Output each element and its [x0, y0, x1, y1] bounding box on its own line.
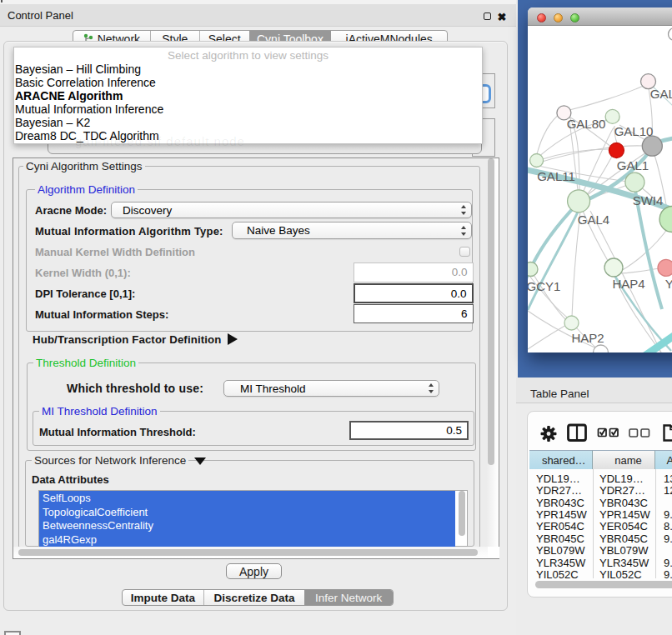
svg-text:HAP2: HAP2: [571, 331, 604, 345]
svg-text:GAL11: GAL11: [537, 169, 575, 183]
svg-text:HAP4: HAP4: [612, 277, 644, 291]
svg-text:GAL4: GAL4: [578, 212, 609, 227]
svg-text:YM: YM: [665, 277, 672, 291]
svg-text:GCY1: GCY1: [528, 279, 560, 293]
svg-text:GAL80: GAL80: [567, 117, 606, 131]
svg-text:GAL7: GAL7: [650, 87, 672, 101]
svg-text:GAL1: GAL1: [617, 158, 649, 172]
svg-text:GAL10: GAL10: [614, 124, 654, 138]
svg-text:SWI4: SWI4: [633, 193, 664, 208]
